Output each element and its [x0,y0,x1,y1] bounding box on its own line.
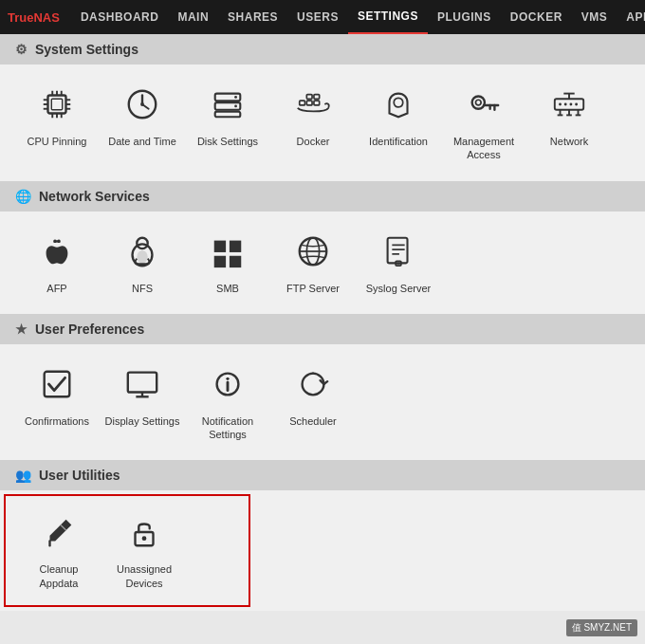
network-label: Network [550,135,588,148]
nav-plugins[interactable]: PLUGINS [428,0,501,34]
identification-item[interactable]: Identification [360,80,436,162]
network-icon [544,80,594,129]
management-access-icon [459,80,508,129]
network-item[interactable]: Network [531,80,607,162]
system-settings-body: CPU Pinning Date and Time [0,64,645,181]
cleanup-appdata-icon [34,507,83,557]
cpu-pinning-label: CPU Pinning [28,135,87,148]
system-settings-header: ⚙ System Settings [0,34,645,64]
svg-rect-26 [306,95,312,100]
date-time-label: Date and Time [108,135,176,148]
nfs-item[interactable]: NFS [104,227,180,295]
disk-settings-label: Disk Settings [197,135,258,148]
unassigned-devices-item[interactable]: Unassigned Devices [106,507,182,590]
management-access-item[interactable]: Management Access [446,80,522,162]
svg-rect-20 [215,112,241,118]
date-time-item[interactable]: Date and Time [104,80,180,162]
system-settings-section: ⚙ System Settings [0,34,645,181]
docker-label: Docker [297,135,330,148]
network-services-header: 🌐 Network Services [0,181,645,212]
nav-menu: DASHBOARD MAIN SHARES USERS SETTINGS PLU… [71,0,645,34]
confirmations-item[interactable]: Confirmations [19,359,95,442]
smb-icon [203,227,252,276]
svg-point-17 [140,102,144,106]
ftp-server-label: FTP Server [286,282,340,295]
notification-settings-item[interactable]: Notification Settings [190,359,266,442]
svg-rect-49 [214,240,226,251]
svg-rect-24 [306,101,312,105]
user-utilities-section: 👥 User Utilities [0,460,645,611]
afp-label: AFP [46,282,66,295]
cpu-pinning-icon [32,80,82,129]
notification-settings-icon [203,359,252,409]
display-settings-item[interactable]: Display Settings [104,359,180,442]
docker-item[interactable]: Docker [275,80,351,162]
cleanup-appdata-item[interactable]: Cleanup Appdata [21,507,97,590]
people-icon: 👥 [15,468,31,483]
disk-settings-item[interactable]: Disk Settings [190,80,266,162]
smb-item[interactable]: SMB [190,227,266,295]
cleanup-appdata-label: Cleanup Appdata [21,562,97,590]
user-utilities-body: Cleanup Appdata Unassigned Dev [0,490,645,611]
nav-settings[interactable]: SETTINGS [348,0,428,34]
notification-settings-label: Notification Settings [190,414,266,442]
afp-icon [32,227,82,276]
svg-point-22 [234,104,237,107]
scheduler-item[interactable]: Scheduler [275,359,351,442]
identification-label: Identification [369,135,428,148]
nav-docker[interactable]: DOCKER [501,0,572,34]
svg-rect-50 [230,240,241,251]
svg-point-70 [227,377,230,380]
identification-icon [374,80,423,129]
user-utilities-title: User Utilities [39,468,120,483]
svg-rect-27 [314,95,320,100]
svg-rect-23 [300,101,305,105]
syslog-server-item[interactable]: Syslog Server [360,227,436,295]
svg-point-28 [472,96,485,108]
svg-point-40 [559,103,562,106]
nav-shares[interactable]: SHARES [218,0,287,34]
nfs-label: NFS [132,282,153,295]
svg-rect-0 [48,96,66,114]
user-preferences-body: Confirmations Display Settings [0,344,645,461]
system-settings-title: System Settings [35,42,138,57]
nav-users[interactable]: USERS [287,0,348,34]
nfs-icon [118,227,167,276]
user-preferences-header: ★ User Preferences [0,314,645,344]
afp-item[interactable]: AFP [19,227,95,295]
smb-label: SMB [216,282,239,295]
management-access-label: Management Access [446,135,522,162]
brand: TrueNAS [8,10,60,25]
cpu-pinning-item[interactable]: CPU Pinning [19,80,95,162]
star-icon: ★ [15,322,28,337]
user-preferences-grid: Confirmations Display Settings [19,359,626,442]
network-services-title: Network Services [39,189,150,204]
user-utilities-inner: Cleanup Appdata Unassigned Dev [4,494,250,607]
topbar: TrueNAS DASHBOARD MAIN SHARES USERS SETT… [0,0,645,34]
docker-icon [288,80,338,129]
syslog-server-icon [374,227,423,276]
display-settings-label: Display Settings [105,414,180,428]
nav-dashboard[interactable]: DASHBOARD [71,0,169,34]
svg-point-41 [564,103,567,106]
nav-main[interactable]: MAIN [168,0,218,34]
globe-icon: 🌐 [15,189,31,204]
svg-rect-25 [314,101,320,105]
disk-settings-icon [203,80,252,129]
scheduler-label: Scheduler [289,414,337,428]
ftp-server-icon [288,227,338,276]
ftp-server-item[interactable]: FTP Server [275,227,351,295]
syslog-server-label: Syslog Server [366,282,431,295]
unassigned-devices-label: Unassigned Devices [106,562,182,590]
svg-point-48 [137,250,147,263]
watermark: 值 SMYZ.NET [566,619,637,636]
user-preferences-section: ★ User Preferences Confirmations [0,314,645,461]
network-services-section: 🌐 Network Services AFP [0,181,645,314]
svg-rect-51 [214,255,226,267]
svg-point-29 [475,100,481,105]
nav-apps[interactable]: APPS [617,0,645,34]
date-time-icon [118,80,167,129]
confirmations-label: Confirmations [25,414,89,428]
nav-vms[interactable]: VMS [572,0,617,34]
svg-rect-64 [128,373,157,393]
